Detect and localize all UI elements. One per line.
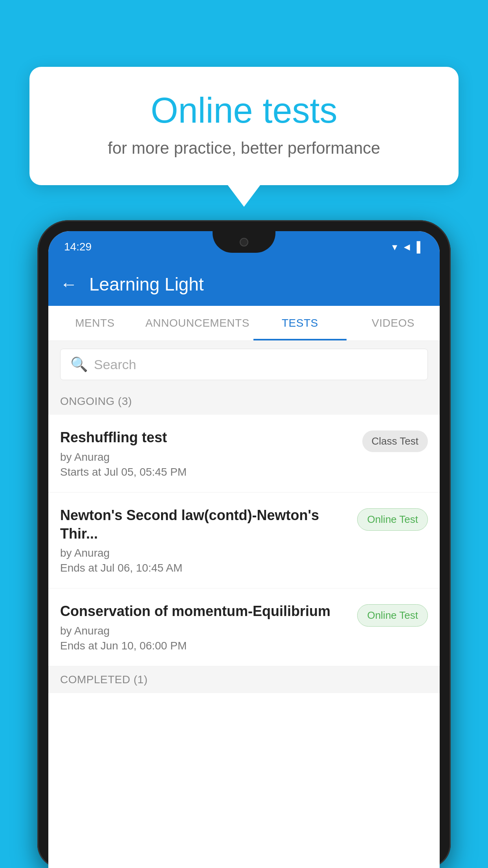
back-button[interactable]: ←: [60, 274, 77, 294]
status-time: 14:29: [64, 241, 92, 253]
test-info-2: Newton's Second law(contd)-Newton's Thir…: [60, 506, 349, 575]
test-badge-1: Class Test: [362, 430, 428, 452]
test-info-1: Reshuffling test by Anurag Starts at Jul…: [60, 428, 354, 478]
test-author-1: by Anurag: [60, 451, 354, 463]
test-name-1: Reshuffling test: [60, 428, 354, 447]
search-icon: 🔍: [70, 356, 88, 373]
signal-icon: ◄: [402, 241, 412, 253]
test-time-value-1: Jul 05, 05:45 PM: [104, 466, 187, 478]
completed-section-title: COMPLETED (1): [60, 673, 148, 686]
search-container: 🔍 Search: [48, 341, 440, 388]
test-badge-2: Online Test: [357, 508, 428, 531]
app-header: ← Learning Light: [48, 263, 440, 306]
phone-mockup: 14:29 ▾ ◄ ▌ ← Learning Light MENTS ANNOU…: [37, 220, 451, 868]
tab-videos[interactable]: VIDEOS: [347, 306, 440, 340]
test-item-newton[interactable]: Newton's Second law(contd)-Newton's Thir…: [48, 493, 440, 589]
test-time-value-3: Jun 10, 06:00 PM: [101, 640, 187, 652]
battery-icon: ▌: [417, 241, 424, 253]
tab-tests[interactable]: TESTS: [253, 306, 347, 340]
status-icons: ▾ ◄ ▌: [392, 241, 424, 253]
wifi-icon: ▾: [392, 241, 397, 253]
test-item-reshuffling[interactable]: Reshuffling test by Anurag Starts at Jul…: [48, 415, 440, 493]
bubble-title: Online tests: [61, 90, 427, 131]
ongoing-section-header: ONGOING (3): [48, 388, 440, 415]
test-name-2: Newton's Second law(contd)-Newton's Thir…: [60, 506, 349, 543]
test-badge-3: Online Test: [357, 604, 428, 627]
bubble-subtitle: for more practice, better performance: [61, 139, 427, 158]
ongoing-section-title: ONGOING (3): [60, 395, 132, 407]
speech-bubble: Online tests for more practice, better p…: [29, 67, 459, 185]
camera-dot: [240, 238, 248, 246]
phone-outer: 14:29 ▾ ◄ ▌ ← Learning Light MENTS ANNOU…: [37, 220, 451, 868]
completed-section-header: COMPLETED (1): [48, 666, 440, 693]
test-item-conservation[interactable]: Conservation of momentum-Equilibrium by …: [48, 588, 440, 666]
phone-inner: 14:29 ▾ ◄ ▌ ← Learning Light MENTS ANNOU…: [48, 231, 440, 868]
tab-announcements[interactable]: ANNOUNCEMENTS: [141, 306, 253, 340]
tabs-bar: MENTS ANNOUNCEMENTS TESTS VIDEOS: [48, 306, 440, 341]
status-bar: 14:29 ▾ ◄ ▌: [48, 231, 440, 263]
test-author-3: by Anurag: [60, 625, 349, 637]
test-author-2: by Anurag: [60, 547, 349, 559]
test-time-3: Ends at Jun 10, 06:00 PM: [60, 640, 349, 652]
search-placeholder: Search: [94, 357, 136, 372]
test-name-3: Conservation of momentum-Equilibrium: [60, 602, 349, 621]
test-time-label-3: Ends at: [60, 640, 97, 652]
phone-notch: [213, 231, 275, 253]
app-title: Learning Light: [89, 274, 204, 295]
test-info-3: Conservation of momentum-Equilibrium by …: [60, 602, 349, 652]
test-time-2: Ends at Jul 06, 10:45 AM: [60, 562, 349, 574]
tab-ments[interactable]: MENTS: [48, 306, 141, 340]
test-time-1: Starts at Jul 05, 05:45 PM: [60, 466, 354, 478]
test-time-label-2: Ends at: [60, 562, 97, 574]
test-list: Reshuffling test by Anurag Starts at Jul…: [48, 415, 440, 666]
test-time-label-1: Starts at: [60, 466, 101, 478]
test-time-value-2: Jul 06, 10:45 AM: [101, 562, 183, 574]
search-bar[interactable]: 🔍 Search: [60, 349, 428, 380]
